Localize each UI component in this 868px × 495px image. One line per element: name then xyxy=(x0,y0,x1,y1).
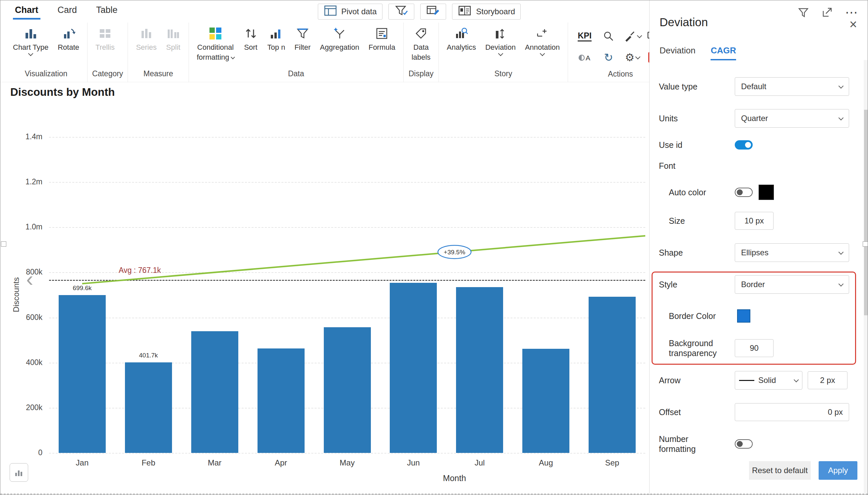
more-options-icon[interactable]: ⋯ xyxy=(845,9,858,16)
top-n-button[interactable]: Top n xyxy=(263,25,290,52)
average-line xyxy=(49,280,645,281)
resize-handle-right[interactable] xyxy=(863,241,868,247)
bar-jan[interactable] xyxy=(59,295,106,453)
search-button[interactable] xyxy=(602,30,615,42)
bar-jun[interactable] xyxy=(390,283,437,453)
visual-type-corner-icon[interactable] xyxy=(10,463,28,482)
y-axis-title: Discounts xyxy=(12,272,21,318)
background-transparency-input[interactable]: 90 xyxy=(735,339,774,357)
resize-handle-left[interactable] xyxy=(1,241,6,247)
filter-quick-button[interactable] xyxy=(388,4,414,20)
auto-color-toggle[interactable] xyxy=(735,188,753,197)
group-display: Data labels Display xyxy=(404,22,439,82)
bar-may[interactable] xyxy=(324,327,371,453)
shape-label: Shape xyxy=(659,248,683,258)
close-icon[interactable]: × xyxy=(849,18,857,31)
arrow-width-input[interactable]: 2 px xyxy=(808,371,848,389)
rotate-button[interactable]: Rotate xyxy=(53,25,84,52)
font-color-swatch[interactable] xyxy=(759,185,774,200)
shape-dropdown[interactable]: Ellipses xyxy=(735,243,849,262)
units-dropdown[interactable]: Quarter xyxy=(735,109,849,127)
gridline xyxy=(49,453,645,454)
tab-deviation[interactable]: Deviation xyxy=(660,46,695,60)
gridline xyxy=(49,318,645,318)
bar-sep[interactable] xyxy=(589,297,636,453)
group-label-story: Story xyxy=(442,68,565,81)
arrow-label: Arrow xyxy=(659,375,680,385)
edit-data-button[interactable] xyxy=(420,4,446,20)
analytics-button[interactable]: Analytics xyxy=(442,25,481,52)
tab-table[interactable]: Table xyxy=(94,0,120,20)
theme-color-button[interactable]: A xyxy=(578,51,591,64)
bar-apr[interactable] xyxy=(258,348,305,453)
apply-button[interactable]: Apply xyxy=(819,461,857,480)
filter-label: Filter xyxy=(294,43,311,52)
sort-button[interactable]: Sort xyxy=(239,25,263,52)
analytics-label: Analytics xyxy=(447,43,476,52)
refresh-icon[interactable]: ↻ xyxy=(604,52,613,63)
trellis-icon xyxy=(98,25,112,42)
chevron-down-icon xyxy=(838,83,844,88)
auto-color-label: Auto color xyxy=(669,187,706,197)
y-tick-label: 1.4m xyxy=(0,132,42,141)
y-tick-label: 800k xyxy=(0,268,42,276)
field-auto-color: Auto color xyxy=(649,183,862,202)
funnel-check-icon xyxy=(394,4,409,20)
pivot-data-button[interactable]: Pivot data xyxy=(318,4,382,20)
filter-icon[interactable] xyxy=(797,6,809,18)
border-color-swatch[interactable] xyxy=(737,309,750,323)
number-formatting-toggle[interactable] xyxy=(735,439,753,448)
bar-jul[interactable] xyxy=(456,287,503,453)
font-size-input[interactable]: 10 px xyxy=(735,212,774,230)
tab-cagr[interactable]: CAGR xyxy=(711,46,736,60)
aggregation-button[interactable]: Aggregation xyxy=(315,25,364,52)
panel-scrollbar[interactable] xyxy=(864,60,868,493)
y-tick-label: 1.2m xyxy=(0,177,42,186)
expand-icon[interactable] xyxy=(821,6,834,19)
offset-input[interactable]: 0 px xyxy=(735,403,849,421)
formula-button[interactable]: Formula xyxy=(364,25,400,52)
annotation-button[interactable]: Annotation xyxy=(520,25,565,55)
aggregation-label: Aggregation xyxy=(320,43,359,52)
bar-mar[interactable] xyxy=(191,331,238,453)
chart-type-button[interactable]: Chart Type xyxy=(8,25,53,55)
value-type-dropdown[interactable]: Default xyxy=(735,77,849,96)
field-shape: Shape Ellipses xyxy=(649,243,862,262)
series-label: Series xyxy=(136,43,156,52)
data-labels-button[interactable]: Data labels xyxy=(407,25,435,62)
format-brush-button[interactable] xyxy=(623,30,641,42)
y-tick-label: 600k xyxy=(0,313,42,322)
series-button: Series xyxy=(131,25,161,52)
chart-editor-window: Chart Card Table Pivot data xyxy=(0,0,868,495)
top-n-icon xyxy=(269,25,283,42)
filter-button[interactable]: Filter xyxy=(290,25,315,52)
deviation-button[interactable]: Deviation xyxy=(481,25,520,55)
style-label: Style xyxy=(659,279,677,289)
conditional-formatting-button[interactable]: Conditional formatting xyxy=(192,25,239,62)
split-button: Split xyxy=(161,25,185,52)
settings-gear-button[interactable]: ⚙ xyxy=(625,52,640,63)
gridline xyxy=(49,182,645,183)
font-section-label: Font xyxy=(659,161,675,171)
data-labels-label-1: Data xyxy=(413,43,429,52)
arrow-style-dropdown[interactable]: Solid xyxy=(735,371,802,390)
filter-funnel-icon xyxy=(295,25,310,42)
tab-card[interactable]: Card xyxy=(56,0,79,20)
kpi-button[interactable]: KPI xyxy=(578,31,592,41)
use-id-toggle[interactable] xyxy=(735,140,753,150)
storyboard-button[interactable]: Storyboard xyxy=(452,4,521,20)
x-tick-label: Mar xyxy=(181,458,248,467)
scrollbar-thumb[interactable] xyxy=(864,110,868,315)
use-id-label: Use id xyxy=(659,140,682,150)
group-label-data: Data xyxy=(192,68,400,81)
chart-type-icon xyxy=(23,25,38,42)
quick-actions: Pivot data Storyboard xyxy=(318,0,521,20)
style-dropdown[interactable]: Border xyxy=(735,275,849,294)
tab-chart[interactable]: Chart xyxy=(13,0,40,20)
bar-aug[interactable] xyxy=(522,349,569,453)
reset-to-default-button[interactable]: Reset to default xyxy=(749,461,811,480)
bar-feb[interactable] xyxy=(125,362,172,453)
x-tick-label: Jan xyxy=(49,458,115,467)
chevron-down-icon xyxy=(838,249,844,255)
field-number-formatting: Numberformatting xyxy=(649,435,862,453)
